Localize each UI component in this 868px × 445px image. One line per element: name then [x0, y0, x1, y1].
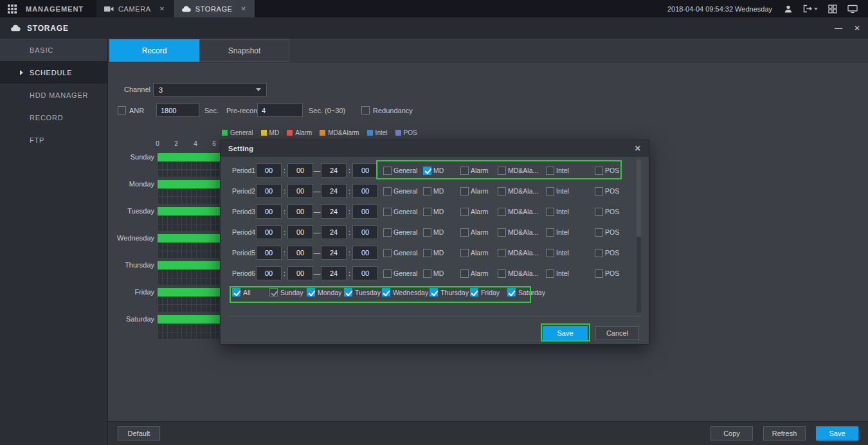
general-checkbox[interactable]: General — [383, 228, 423, 237]
period-end-minute-input[interactable] — [352, 184, 378, 198]
period-end-minute-input[interactable] — [352, 266, 378, 280]
weekday-checkbox[interactable]: All — [232, 288, 268, 296]
sidebar-item-ftp[interactable]: FTP — [0, 129, 107, 151]
anr-input[interactable] — [156, 104, 199, 117]
md-alarm-checkbox[interactable]: MD&Ala... — [498, 187, 546, 195]
pos-checkbox[interactable]: POS — [595, 228, 624, 237]
weekday-checkbox[interactable]: Sunday — [269, 288, 305, 296]
weekday-checkbox[interactable]: Wednesday — [382, 288, 428, 296]
schedule-track[interactable] — [158, 288, 220, 313]
intel-checkbox[interactable]: Intel — [546, 208, 595, 216]
user-icon[interactable] — [784, 5, 793, 14]
sidebar-item-schedule[interactable]: SCHEDULE — [0, 61, 107, 84]
period-start-hour-input[interactable] — [256, 163, 282, 177]
apps-grid-icon[interactable] — [0, 0, 21, 17]
management-label[interactable]: MANAGEMENT — [26, 0, 84, 17]
alarm-checkbox[interactable]: Alarm — [460, 228, 498, 237]
period-start-minute-input[interactable] — [287, 204, 313, 219]
close-icon[interactable]: ✕ — [635, 144, 641, 153]
channel-select[interactable]: 3 — [153, 83, 267, 96]
alarm-checkbox[interactable]: Alarm — [460, 269, 498, 278]
md-alarm-checkbox[interactable]: MD&Ala... — [498, 269, 546, 278]
intel-checkbox[interactable]: Intel — [546, 167, 595, 175]
dialog-scrollbar[interactable] — [637, 159, 641, 313]
md-checkbox[interactable]: MD — [423, 269, 460, 278]
anr-checkbox[interactable] — [118, 106, 126, 114]
period-start-hour-input[interactable] — [256, 204, 282, 219]
intel-checkbox[interactable]: Intel — [546, 269, 595, 278]
sidebar-item-hdd-manager[interactable]: HDD MANAGER — [0, 84, 107, 106]
alarm-checkbox[interactable]: Alarm — [460, 249, 498, 257]
period-end-hour-input[interactable] — [321, 266, 347, 280]
dialog-cancel-button[interactable]: Cancel — [595, 326, 639, 340]
schedule-track[interactable] — [158, 234, 220, 259]
period-start-minute-input[interactable] — [287, 266, 313, 280]
period-end-hour-input[interactable] — [321, 246, 347, 260]
pos-checkbox[interactable]: POS — [595, 249, 624, 257]
weekday-checkbox[interactable]: Monday — [307, 288, 343, 296]
period-start-minute-input[interactable] — [287, 163, 313, 177]
intel-checkbox[interactable]: Intel — [546, 249, 595, 257]
md-checkbox[interactable]: MD — [423, 208, 460, 216]
md-alarm-checkbox[interactable]: MD&Ala... — [498, 228, 546, 237]
dialog-save-button[interactable]: Save — [543, 326, 588, 340]
period-end-minute-input[interactable] — [352, 163, 378, 177]
alarm-checkbox[interactable]: Alarm — [460, 208, 498, 216]
default-button[interactable]: Default — [118, 426, 160, 440]
sidebar-item-basic[interactable]: BASIC — [0, 39, 107, 61]
logout-icon[interactable] — [803, 5, 818, 13]
period-end-hour-input[interactable] — [321, 163, 347, 177]
tab-snapshot[interactable]: Snapshot — [199, 39, 289, 62]
period-end-hour-input[interactable] — [321, 204, 347, 219]
general-checkbox[interactable]: General — [383, 208, 423, 216]
schedule-track[interactable] — [158, 315, 220, 340]
alarm-checkbox[interactable]: Alarm — [460, 187, 498, 195]
tab-record[interactable]: Record — [109, 39, 199, 62]
period-end-hour-input[interactable] — [321, 184, 347, 198]
close-icon[interactable]: ✕ — [159, 5, 165, 12]
schedule-track[interactable] — [158, 180, 220, 204]
weekday-checkbox[interactable]: Friday — [470, 288, 506, 296]
period-end-hour-input[interactable] — [321, 225, 347, 239]
general-checkbox[interactable]: General — [383, 187, 423, 195]
period-start-minute-input[interactable] — [287, 225, 313, 239]
display-icon[interactable] — [847, 5, 858, 14]
intel-checkbox[interactable]: Intel — [546, 228, 595, 237]
md-checkbox[interactable]: MD — [423, 228, 460, 237]
weekday-checkbox[interactable]: Tuesday — [344, 288, 381, 296]
md-checkbox[interactable]: MD — [423, 167, 460, 175]
redundancy-checkbox[interactable] — [361, 106, 370, 114]
sidebar-item-record[interactable]: RECORD — [0, 106, 107, 129]
schedule-track[interactable] — [158, 153, 220, 177]
weekday-checkbox[interactable]: Saturday — [507, 288, 545, 296]
screens-icon[interactable] — [828, 5, 837, 14]
copy-button[interactable]: Copy — [710, 426, 753, 440]
schedule-track[interactable] — [158, 207, 220, 232]
scrollbar-thumb[interactable] — [637, 159, 641, 237]
alarm-checkbox[interactable]: Alarm — [460, 167, 498, 175]
md-alarm-checkbox[interactable]: MD&Ala... — [498, 249, 546, 257]
save-button[interactable]: Save — [816, 426, 858, 440]
md-checkbox[interactable]: MD — [423, 249, 460, 257]
general-checkbox[interactable]: General — [383, 249, 423, 257]
md-checkbox[interactable]: MD — [423, 187, 460, 195]
minimize-icon[interactable]: — — [835, 24, 842, 32]
refresh-button[interactable]: Refresh — [763, 426, 806, 440]
top-tab-storage[interactable]: STORAGE ✕ — [174, 0, 255, 17]
period-end-minute-input[interactable] — [352, 225, 378, 239]
period-end-minute-input[interactable] — [352, 204, 378, 219]
pos-checkbox[interactable]: POS — [595, 167, 624, 175]
pos-checkbox[interactable]: POS — [595, 208, 624, 216]
general-checkbox[interactable]: General — [383, 269, 423, 278]
general-checkbox[interactable]: General — [383, 167, 423, 175]
prerecord-input[interactable] — [257, 104, 303, 117]
period-start-minute-input[interactable] — [287, 246, 313, 260]
md-alarm-checkbox[interactable]: MD&Ala... — [498, 167, 546, 175]
close-icon[interactable]: ✕ — [854, 24, 860, 32]
md-alarm-checkbox[interactable]: MD&Ala... — [498, 208, 546, 216]
schedule-track[interactable] — [158, 261, 220, 286]
period-start-hour-input[interactable] — [256, 225, 282, 239]
top-tab-camera[interactable]: CAMERA ✕ — [96, 0, 174, 17]
period-start-minute-input[interactable] — [287, 184, 313, 198]
period-end-minute-input[interactable] — [352, 246, 378, 260]
